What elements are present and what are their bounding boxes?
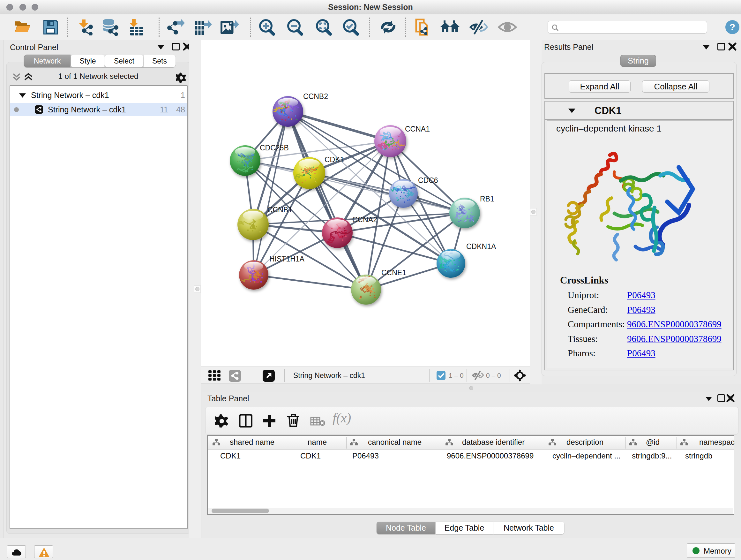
svg-text:RB1: RB1 (480, 195, 494, 203)
svg-text:CCNB1: CCNB1 (267, 206, 292, 214)
svg-text:?: ? (730, 22, 735, 32)
svg-text:CCNA2: CCNA2 (352, 215, 377, 224)
svg-text:CDC25B: CDC25B (260, 144, 289, 152)
svg-text:CCNB2: CCNB2 (303, 92, 328, 101)
svg-text:CDKN1A: CDKN1A (466, 242, 496, 251)
svg-text:CDK1: CDK1 (325, 155, 344, 164)
svg-text:CCNA1: CCNA1 (405, 125, 430, 133)
svg-text:HIST1H1A: HIST1H1A (269, 255, 305, 263)
svg-text:CDC6: CDC6 (418, 176, 438, 185)
svg-text:CCNE1: CCNE1 (381, 268, 406, 277)
